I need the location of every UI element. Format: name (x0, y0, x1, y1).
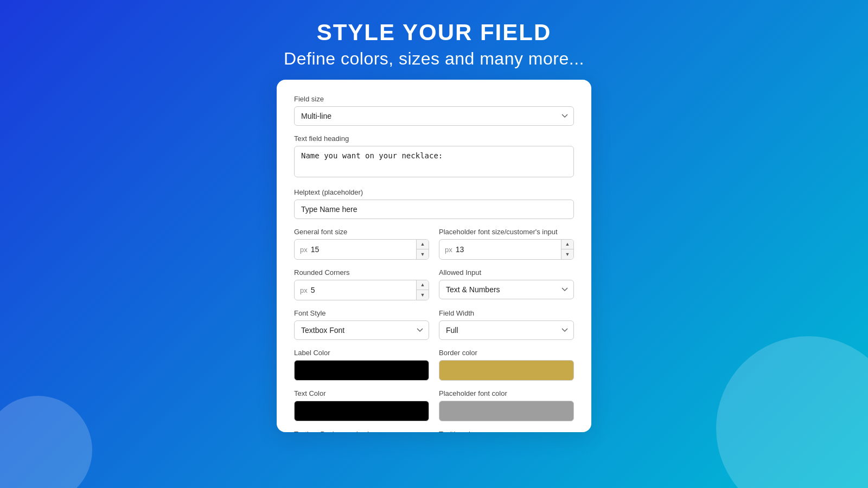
general-font-spinners: ▲ ▼ (416, 240, 429, 259)
text-placeholder-color-row: Text Color Placeholder font color (294, 389, 574, 430)
allowed-input-select[interactable]: Text & Numbers (439, 280, 574, 299)
border-color-label: Border color (439, 349, 574, 357)
placeholder-font-down[interactable]: ▼ (561, 249, 573, 259)
label-color-group: Label Color (294, 349, 429, 381)
bg-circle-right (716, 336, 868, 488)
bg-circle-left (0, 396, 92, 488)
border-color-swatch[interactable] (439, 360, 574, 381)
tooltip-color-label: Tooltip color (439, 430, 574, 432)
field-size-select[interactable]: Multi-line (294, 106, 574, 126)
textbox-bg-color-label: Textbox Background color (294, 430, 429, 432)
general-font-down[interactable]: ▼ (417, 249, 429, 259)
page-subtitle: Define colors, sizes and many more... (284, 49, 584, 69)
text-color-group: Text Color (294, 389, 429, 421)
placeholder-font-size-label: Placeholder font size/customer's input (439, 228, 574, 236)
page-title: STYLE YOUR FIELD (284, 20, 584, 46)
font-style-group: Font Style Textbox Font (294, 309, 429, 340)
general-font-size-spinner: px ▲ ▼ (294, 239, 429, 260)
placeholder-font-prefix: px (439, 246, 456, 254)
allowed-input-label: Allowed Input (439, 268, 574, 277)
rounded-corners-value[interactable] (311, 281, 416, 299)
field-width-group: Field Width Full (439, 309, 574, 340)
text-heading-label: Text field heading (294, 134, 574, 143)
font-style-label: Font Style (294, 309, 429, 317)
bg-tooltip-color-row: Textbox Background color Tooltip color (294, 430, 574, 432)
corners-allowed-row: Rounded Corners px ▲ ▼ Allowed Input Tex… (294, 268, 574, 309)
font-style-select[interactable]: Textbox Font (294, 320, 429, 340)
field-width-select[interactable]: Full (439, 320, 574, 340)
placeholder-font-spinners: ▲ ▼ (561, 240, 573, 259)
placeholder-font-color-group: Placeholder font color (439, 389, 574, 421)
rounded-corners-group: Rounded Corners px ▲ ▼ (294, 268, 429, 300)
rounded-corners-spinners: ▲ ▼ (416, 280, 429, 300)
text-color-swatch[interactable] (294, 401, 429, 421)
general-font-prefix: px (295, 246, 311, 254)
placeholder-font-size-group: Placeholder font size/customer's input p… (439, 228, 574, 260)
placeholder-font-value[interactable] (456, 241, 561, 258)
field-size-group: Field size Multi-line (294, 95, 574, 126)
tooltip-color-group: Tooltip color (439, 430, 574, 432)
placeholder-font-size-spinner: px ▲ ▼ (439, 239, 574, 260)
rounded-corners-spinner: px ▲ ▼ (294, 280, 429, 300)
label-color-label: Label Color (294, 349, 429, 357)
helptext-input[interactable] (294, 200, 574, 219)
field-width-label: Field Width (439, 309, 574, 317)
font-size-row: General font size px ▲ ▼ Placeholder fon… (294, 228, 574, 268)
allowed-input-group: Allowed Input Text & Numbers (439, 268, 574, 300)
general-font-size-label: General font size (294, 228, 429, 236)
text-heading-input[interactable] (294, 146, 574, 177)
rounded-corners-down[interactable]: ▼ (417, 290, 429, 300)
settings-card: Field size Multi-line Text field heading… (277, 80, 591, 432)
placeholder-font-color-label: Placeholder font color (439, 389, 574, 397)
general-font-up[interactable]: ▲ (417, 240, 429, 249)
textbox-bg-color-group: Textbox Background color (294, 430, 429, 432)
text-color-label: Text Color (294, 389, 429, 397)
rounded-corners-label: Rounded Corners (294, 268, 429, 277)
rounded-corners-prefix: px (295, 286, 311, 294)
general-font-size-group: General font size px ▲ ▼ (294, 228, 429, 260)
placeholder-font-up[interactable]: ▲ (561, 240, 573, 249)
font-style-width-row: Font Style Textbox Font Field Width Full (294, 309, 574, 349)
rounded-corners-up[interactable]: ▲ (417, 280, 429, 290)
label-color-swatch[interactable] (294, 360, 429, 381)
text-heading-group: Text field heading (294, 134, 574, 179)
placeholder-font-color-swatch[interactable] (439, 401, 574, 421)
label-border-color-row: Label Color Border color (294, 349, 574, 389)
page-header: STYLE YOUR FIELD Define colors, sizes an… (284, 20, 584, 69)
general-font-value[interactable] (311, 241, 416, 258)
field-size-label: Field size (294, 95, 574, 103)
helptext-label: Helptext (placeholder) (294, 188, 574, 196)
border-color-group: Border color (439, 349, 574, 381)
helptext-group: Helptext (placeholder) (294, 188, 574, 219)
